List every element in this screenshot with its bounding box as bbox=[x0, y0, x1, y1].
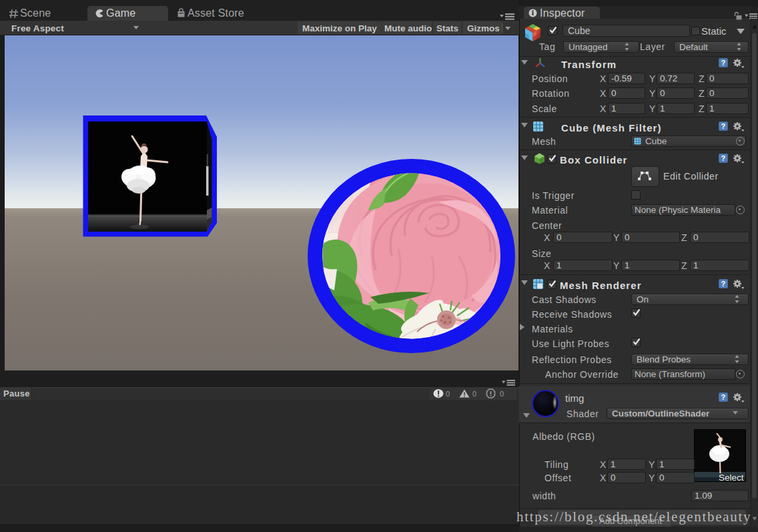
svg-text:?: ? bbox=[721, 59, 726, 67]
svg-text:0: 0 bbox=[500, 390, 504, 398]
svg-text:?: ? bbox=[721, 154, 726, 162]
svg-text:?: ? bbox=[721, 280, 726, 288]
svg-text:?: ? bbox=[721, 393, 726, 401]
svg-text:?: ? bbox=[721, 122, 726, 130]
svg-text:0: 0 bbox=[472, 390, 476, 398]
svg-text:0: 0 bbox=[446, 390, 450, 398]
